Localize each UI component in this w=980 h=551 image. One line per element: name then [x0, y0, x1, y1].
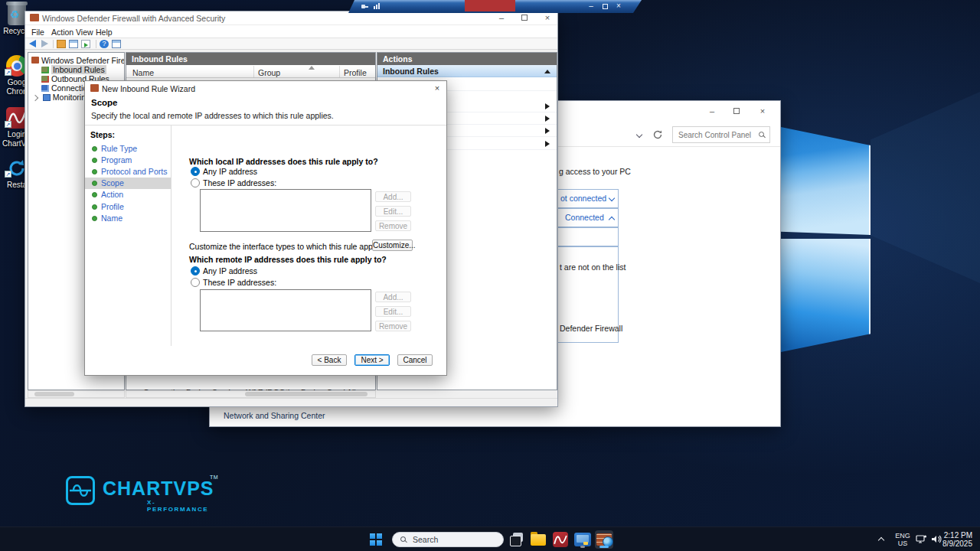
back-button[interactable]: < Back: [312, 354, 347, 366]
network-sharing-center-link[interactable]: Network and Sharing Center: [224, 411, 325, 420]
shortcut-arrow-icon: ↗: [5, 171, 11, 178]
next-button[interactable]: Next >: [354, 354, 390, 366]
column-group[interactable]: Group: [258, 68, 280, 77]
address-dropdown-icon[interactable]: [636, 132, 642, 138]
wallpaper-hero-pane-bottom: [781, 239, 871, 352]
pin-icon[interactable]: [361, 4, 368, 9]
close-icon[interactable]: ×: [431, 83, 443, 94]
local-remove-button[interactable]: Remove: [375, 220, 411, 231]
monitoring-icon: [43, 94, 51, 101]
menu-help[interactable]: Help: [96, 28, 113, 37]
local-these-ip-radio[interactable]: [191, 178, 200, 187]
customize-label: Customize the interface types to which t…: [189, 242, 387, 251]
network-icon[interactable]: [916, 534, 927, 544]
display-app-button[interactable]: [573, 530, 592, 549]
remote-any-ip-radio[interactable]: [191, 266, 200, 276]
local-these-ip-label: These IP addresses:: [203, 178, 276, 187]
maximize-button[interactable]: [728, 106, 745, 118]
inbound-rules-icon: [41, 67, 49, 73]
refresh-icon[interactable]: [652, 129, 663, 140]
tree-root-label: Windows Defender Firewall with Advanced …: [41, 56, 124, 65]
menu-action[interactable]: Action: [51, 28, 74, 37]
brand-tm: TM: [210, 474, 218, 480]
help-icon[interactable]: ?: [100, 40, 109, 48]
step-scope[interactable]: Scope: [85, 178, 171, 189]
export-list-icon[interactable]: [81, 40, 90, 48]
tree-item-inbound-rules[interactable]: Inbound Rules: [28, 65, 124, 74]
remote-add-button[interactable]: Add...: [375, 292, 411, 302]
start-button[interactable]: [370, 533, 382, 546]
local-ip-listbox[interactable]: [200, 189, 371, 232]
menu-view[interactable]: View: [76, 28, 93, 37]
rdp-close-button[interactable]: ×: [613, 2, 624, 11]
chartvps-app-button[interactable]: [551, 530, 570, 549]
shortcut-arrow-icon: ↗: [5, 69, 11, 76]
back-icon[interactable]: [29, 40, 38, 48]
remote-these-ip-radio[interactable]: [191, 278, 200, 287]
tree-item-label: Inbound Rules: [51, 65, 106, 74]
rdp-restore-button[interactable]: [599, 2, 610, 11]
customize-button[interactable]: Customize...: [372, 240, 413, 251]
tree-hscrollbar[interactable]: [28, 390, 125, 398]
tray-expand-icon[interactable]: [878, 537, 884, 543]
local-any-ip-radio[interactable]: [191, 167, 200, 176]
cp-text-defender-firewall: Defender Firewall: [560, 324, 622, 333]
step-profile[interactable]: Profile: [85, 201, 171, 213]
control-panel-search-input[interactable]: [672, 126, 770, 143]
chartvps-logo-icon: [66, 476, 95, 505]
taskbar-search[interactable]: Search: [392, 532, 504, 547]
volume-icon[interactable]: [931, 534, 942, 544]
remote-edit-button[interactable]: Edit...: [375, 306, 411, 317]
menu-file[interactable]: File: [31, 28, 44, 37]
tray-time: 2:12 PM: [942, 531, 972, 540]
column-name[interactable]: Name: [132, 68, 154, 77]
cp-dropdown-label: ot connected: [560, 194, 606, 203]
file-explorer-button[interactable]: [529, 530, 547, 549]
wizard-icon: [90, 84, 99, 92]
taskbar: Search ENGUS 2:12 PM 8/9/2025: [0, 527, 980, 551]
minimize-button[interactable]: –: [493, 12, 510, 24]
show-panel-icon[interactable]: [112, 40, 121, 48]
column-header-row: Name Group Profile: [126, 65, 375, 78]
expander-icon[interactable]: [32, 95, 38, 101]
wizard-subtitle: Specify the local and remote IP addresse…: [91, 111, 334, 120]
rdp-minimize-button[interactable]: –: [586, 2, 596, 11]
console-tree-icon[interactable]: [69, 40, 78, 48]
local-edit-button[interactable]: Edit...: [375, 206, 411, 217]
remote-ip-listbox[interactable]: [200, 289, 371, 331]
actions-group-header[interactable]: Inbound Rules: [377, 65, 557, 77]
task-view-button[interactable]: [507, 530, 525, 549]
tree-root[interactable]: Windows Defender Firewall with Advanced …: [28, 56, 124, 65]
taskbar-clock[interactable]: 2:12 PM 8/9/2025: [942, 531, 972, 548]
local-add-button[interactable]: Add...: [375, 191, 411, 202]
step-program[interactable]: Program: [85, 155, 171, 166]
step-action[interactable]: Action: [85, 189, 171, 201]
maximize-button[interactable]: [516, 12, 533, 24]
close-button[interactable]: ×: [539, 12, 556, 24]
remote-remove-button[interactable]: Remove: [375, 321, 411, 331]
connection-security-icon: [41, 85, 49, 92]
menu-bar: File Action View Help: [25, 25, 557, 38]
step-name[interactable]: Name: [85, 213, 171, 224]
local-ip-question: Which local IP addresses does this rule …: [189, 157, 378, 166]
cancel-button[interactable]: Cancel: [397, 354, 433, 366]
minimize-button[interactable]: –: [704, 106, 720, 118]
firewall-titlebar[interactable]: Windows Defender Firewall with Advanced …: [25, 11, 557, 25]
column-profile[interactable]: Profile: [344, 68, 367, 77]
list-hscrollbar[interactable]: [126, 390, 376, 398]
remote-any-ip-label: Any IP address: [203, 266, 257, 276]
firewall-app-button-active[interactable]: [595, 530, 613, 549]
step-protocol-ports[interactable]: Protocol and Ports: [85, 166, 171, 178]
forward-icon[interactable]: [41, 40, 51, 48]
rdp-connection-bar[interactable]: – ×: [346, 0, 645, 13]
chevron-up-icon: [609, 217, 615, 223]
recycle-bin-icon: ♻: [8, 4, 26, 25]
step-rule-type[interactable]: Rule Type: [85, 143, 171, 155]
collapse-icon[interactable]: [544, 70, 550, 73]
actions-header: Actions: [377, 53, 557, 65]
close-button[interactable]: ×: [754, 106, 771, 118]
signal-icon: [374, 6, 375, 9]
language-indicator[interactable]: ENGUS: [894, 532, 911, 547]
outbound-rules-icon: [41, 76, 49, 83]
up-level-icon[interactable]: [57, 40, 66, 48]
